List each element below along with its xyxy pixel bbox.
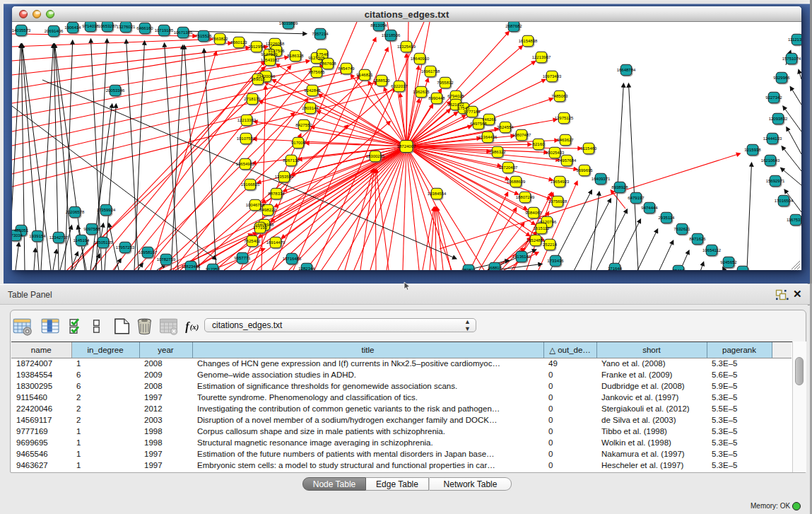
- svg-text:12213363: 12213363: [237, 118, 257, 122]
- svg-text:8427552: 8427552: [295, 123, 312, 127]
- svg-text:14957684: 14957684: [558, 158, 577, 163]
- svg-text:16154838: 16154838: [519, 39, 538, 43]
- svg-text:3215938: 3215938: [744, 148, 761, 152]
- svg-text:9115460: 9115460: [581, 146, 598, 151]
- svg-text:11325419: 11325419: [397, 45, 416, 49]
- svg-text:6497568: 6497568: [470, 122, 487, 126]
- svg-text:8813054: 8813054: [370, 23, 387, 28]
- svg-text:5498222: 5498222: [259, 208, 276, 212]
- svg-text:10654112: 10654112: [702, 248, 722, 252]
- svg-text:3624554: 3624554: [497, 125, 514, 129]
- svg-text:1906414: 1906414: [64, 25, 81, 30]
- svg-text:9463627: 9463627: [557, 138, 574, 142]
- svg-text:17016504: 17016504: [775, 199, 794, 203]
- svg-text:9097588: 9097588: [83, 227, 100, 231]
- svg-text:(x): (x): [190, 322, 199, 332]
- svg-text:9657771: 9657771: [234, 256, 251, 260]
- svg-text:13716485: 13716485: [283, 257, 302, 261]
- svg-text:773034: 773034: [12, 233, 23, 238]
- svg-text:912353: 912353: [206, 267, 220, 270]
- svg-text:10782759: 10782759: [157, 257, 176, 262]
- svg-text:10046766: 10046766: [246, 203, 265, 207]
- svg-text:1939154: 1939154: [29, 234, 46, 238]
- svg-text:13276021: 13276021: [117, 25, 136, 29]
- svg-text:6479197: 6479197: [628, 196, 645, 200]
- svg-text:8471626: 8471626: [689, 237, 706, 241]
- svg-text:10688609: 10688609: [507, 180, 526, 184]
- svg-text:9714038: 9714038: [82, 24, 99, 28]
- svg-text:21364436: 21364436: [478, 135, 498, 139]
- svg-text:16210643: 16210643: [761, 158, 780, 163]
- svg-text:14035573: 14035573: [12, 28, 31, 33]
- svg-text:2935114: 2935114: [659, 216, 676, 220]
- svg-text:11675332: 11675332: [787, 218, 801, 222]
- svg-text:12213967: 12213967: [532, 55, 551, 59]
- svg-text:16409371: 16409371: [592, 177, 611, 181]
- svg-text:6322037: 6322037: [391, 84, 408, 88]
- svg-text:9127509: 9127509: [261, 52, 278, 57]
- svg-text:9227342: 9227342: [765, 95, 782, 100]
- svg-text:1733436: 1733436: [547, 259, 564, 263]
- svg-text:177193: 177193: [253, 226, 268, 230]
- svg-text:8267130: 8267130: [283, 158, 300, 163]
- svg-text:9242845: 9242845: [304, 88, 321, 93]
- svg-text:10807487: 10807487: [512, 133, 531, 137]
- svg-text:19756928: 19756928: [548, 199, 567, 204]
- svg-text:19166825: 19166825: [241, 182, 260, 187]
- svg-text:7625402: 7625402: [244, 239, 261, 243]
- svg-text:18300295: 18300295: [366, 154, 385, 158]
- svg-text:15692971: 15692971: [766, 179, 785, 183]
- svg-text:1145194: 1145194: [73, 238, 90, 243]
- svg-text:15751074: 15751074: [782, 57, 801, 61]
- svg-text:16914479: 16914479: [266, 240, 286, 245]
- svg-text:19654923: 19654923: [551, 180, 570, 184]
- svg-text:16033809: 16033809: [279, 22, 298, 25]
- svg-text:20206578: 20206578: [66, 210, 85, 214]
- svg-text:10958197: 10958197: [139, 250, 158, 255]
- svg-text:14136141: 14136141: [512, 255, 531, 259]
- svg-text:10653287: 10653287: [98, 24, 117, 28]
- svg-text:6466160: 6466160: [136, 26, 153, 30]
- svg-text:8454749: 8454749: [338, 66, 355, 71]
- svg-text:1362615: 1362615: [413, 90, 430, 94]
- svg-text:9084067: 9084067: [525, 211, 542, 215]
- svg-text:7632621: 7632621: [673, 227, 690, 231]
- svg-text:485051: 485051: [14, 228, 29, 233]
- svg-text:9329966: 9329966: [773, 76, 790, 80]
- svg-text:19218506: 19218506: [382, 33, 401, 37]
- svg-text:917004: 917004: [291, 141, 306, 145]
- svg-text:3912954: 3912954: [248, 45, 265, 49]
- svg-text:7485063: 7485063: [551, 94, 568, 98]
- svg-text:252214: 252214: [543, 243, 558, 247]
- svg-text:17957253: 17957253: [116, 245, 135, 250]
- svg-text:7663822: 7663822: [211, 37, 228, 41]
- svg-text:16648784: 16648784: [617, 68, 636, 72]
- svg-text:9777169: 9777169: [464, 110, 481, 114]
- svg-text:1588520: 1588520: [373, 78, 390, 83]
- svg-text:8660123: 8660123: [230, 40, 247, 45]
- svg-text:989811: 989811: [461, 268, 476, 270]
- svg-text:10671385: 10671385: [174, 30, 193, 35]
- svg-text:7515526: 7515526: [195, 34, 212, 38]
- svg-text:15720407: 15720407: [499, 165, 518, 170]
- svg-text:18640910: 18640910: [411, 57, 430, 61]
- svg-text:1615112: 1615112: [534, 226, 551, 230]
- svg-text:6794028: 6794028: [447, 94, 464, 98]
- svg-text:11121317: 11121317: [788, 37, 801, 42]
- svg-text:2867608: 2867608: [319, 62, 336, 66]
- svg-text:19384554: 19384554: [428, 192, 447, 196]
- svg-text:10025433: 10025433: [546, 151, 565, 155]
- svg-text:2687682: 2687682: [505, 24, 522, 28]
- svg-text:18724007: 18724007: [397, 144, 416, 148]
- svg-text:2718179: 2718179: [244, 97, 261, 101]
- svg-text:171644: 171644: [608, 267, 623, 270]
- svg-text:12226058: 12226058: [266, 42, 285, 46]
- svg-text:25416: 25416: [673, 269, 685, 270]
- svg-text:9146821: 9146821: [356, 73, 373, 77]
- svg-text:18807249: 18807249: [516, 195, 535, 199]
- svg-text:7955812: 7955812: [437, 81, 454, 85]
- svg-text:12093832: 12093832: [769, 117, 788, 121]
- svg-text:20053346: 20053346: [106, 88, 125, 93]
- svg-text:8938928: 8938928: [611, 185, 628, 189]
- svg-text:10719185: 10719185: [155, 28, 174, 33]
